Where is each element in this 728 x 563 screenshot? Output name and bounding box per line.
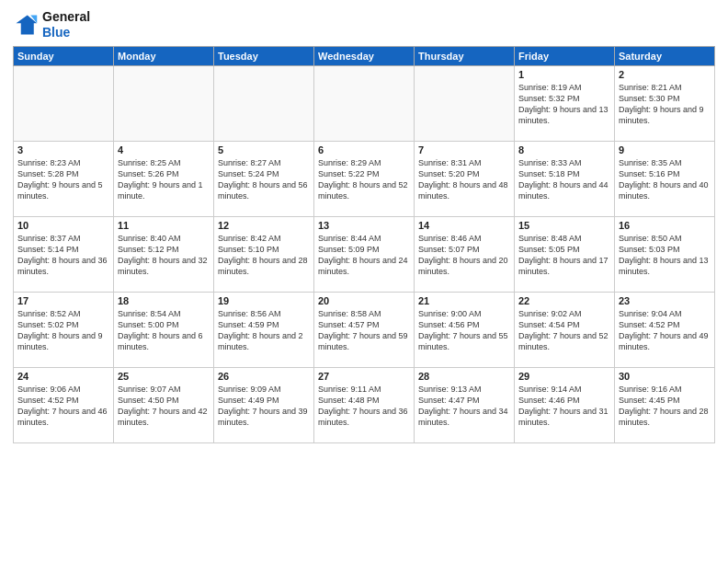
day-info: Sunrise: 8:40 AM Sunset: 5:12 PM Dayligh… <box>118 233 210 278</box>
day-number: 27 <box>318 371 410 382</box>
calendar-cell: 5Sunrise: 8:27 AM Sunset: 5:24 PM Daylig… <box>214 141 314 216</box>
day-number: 21 <box>418 295 510 306</box>
weekday-header-saturday: Saturday <box>615 46 715 65</box>
day-info: Sunrise: 8:27 AM Sunset: 5:24 PM Dayligh… <box>218 157 310 202</box>
week-row-0: 1Sunrise: 8:19 AM Sunset: 5:32 PM Daylig… <box>14 65 715 141</box>
day-number: 19 <box>218 295 310 306</box>
day-number: 28 <box>418 371 510 382</box>
calendar-cell: 11Sunrise: 8:40 AM Sunset: 5:12 PM Dayli… <box>114 216 214 292</box>
weekday-header-row: SundayMondayTuesdayWednesdayThursdayFrid… <box>14 46 715 65</box>
calendar-cell: 17Sunrise: 8:52 AM Sunset: 5:02 PM Dayli… <box>14 292 114 367</box>
day-number: 29 <box>518 371 610 382</box>
day-number: 4 <box>118 144 210 155</box>
calendar-cell: 25Sunrise: 9:07 AM Sunset: 4:50 PM Dayli… <box>114 367 214 442</box>
calendar-cell <box>314 65 415 141</box>
day-number: 16 <box>619 220 711 231</box>
page: General Blue SundayMondayTuesdayWednesda… <box>0 0 728 563</box>
day-number: 18 <box>118 295 210 306</box>
day-number: 17 <box>17 295 109 306</box>
calendar-cell: 16Sunrise: 8:50 AM Sunset: 5:03 PM Dayli… <box>615 216 715 292</box>
day-number: 23 <box>619 295 711 306</box>
day-number: 12 <box>218 220 310 231</box>
day-info: Sunrise: 8:44 AM Sunset: 5:09 PM Dayligh… <box>318 233 410 278</box>
day-number: 13 <box>318 220 410 231</box>
day-info: Sunrise: 8:50 AM Sunset: 5:03 PM Dayligh… <box>619 233 711 278</box>
day-number: 7 <box>418 144 510 155</box>
calendar-cell: 10Sunrise: 8:37 AM Sunset: 5:14 PM Dayli… <box>14 216 114 292</box>
day-number: 5 <box>218 144 310 155</box>
day-info: Sunrise: 9:16 AM Sunset: 4:45 PM Dayligh… <box>619 384 711 429</box>
day-info: Sunrise: 9:07 AM Sunset: 4:50 PM Dayligh… <box>118 384 210 429</box>
day-info: Sunrise: 8:46 AM Sunset: 5:07 PM Dayligh… <box>418 233 510 278</box>
day-number: 22 <box>518 295 610 306</box>
calendar-cell: 28Sunrise: 9:13 AM Sunset: 4:47 PM Dayli… <box>415 367 515 442</box>
day-number: 30 <box>619 371 711 382</box>
day-number: 9 <box>619 144 711 155</box>
calendar-cell: 12Sunrise: 8:42 AM Sunset: 5:10 PM Dayli… <box>214 216 314 292</box>
day-info: Sunrise: 9:09 AM Sunset: 4:49 PM Dayligh… <box>218 384 310 429</box>
day-info: Sunrise: 8:42 AM Sunset: 5:10 PM Dayligh… <box>218 233 310 278</box>
day-number: 14 <box>418 220 510 231</box>
calendar-cell <box>415 65 515 141</box>
weekday-header-wednesday: Wednesday <box>314 46 415 65</box>
calendar-cell: 27Sunrise: 9:11 AM Sunset: 4:48 PM Dayli… <box>314 367 415 442</box>
day-info: Sunrise: 9:02 AM Sunset: 4:54 PM Dayligh… <box>518 308 610 353</box>
day-number: 26 <box>218 371 310 382</box>
day-info: Sunrise: 8:56 AM Sunset: 4:59 PM Dayligh… <box>218 308 310 353</box>
day-number: 25 <box>118 371 210 382</box>
calendar-cell: 23Sunrise: 9:04 AM Sunset: 4:52 PM Dayli… <box>615 292 715 367</box>
day-number: 15 <box>518 220 610 231</box>
calendar-cell: 4Sunrise: 8:25 AM Sunset: 5:26 PM Daylig… <box>114 141 214 216</box>
calendar-table: SundayMondayTuesdayWednesdayThursdayFrid… <box>13 46 715 443</box>
calendar-cell: 15Sunrise: 8:48 AM Sunset: 5:05 PM Dayli… <box>515 216 615 292</box>
weekday-header-tuesday: Tuesday <box>214 46 314 65</box>
day-info: Sunrise: 9:13 AM Sunset: 4:47 PM Dayligh… <box>418 384 510 429</box>
calendar-cell: 26Sunrise: 9:09 AM Sunset: 4:49 PM Dayli… <box>214 367 314 442</box>
logo-text: General Blue <box>42 9 90 40</box>
day-info: Sunrise: 8:35 AM Sunset: 5:16 PM Dayligh… <box>619 157 711 202</box>
week-row-3: 17Sunrise: 8:52 AM Sunset: 5:02 PM Dayli… <box>14 292 715 367</box>
day-info: Sunrise: 8:37 AM Sunset: 5:14 PM Dayligh… <box>17 233 109 278</box>
day-number: 24 <box>17 371 109 382</box>
calendar-cell: 6Sunrise: 8:29 AM Sunset: 5:22 PM Daylig… <box>314 141 415 216</box>
calendar-cell <box>114 65 214 141</box>
day-info: Sunrise: 8:48 AM Sunset: 5:05 PM Dayligh… <box>518 233 610 278</box>
day-info: Sunrise: 9:00 AM Sunset: 4:56 PM Dayligh… <box>418 308 510 353</box>
calendar-cell: 7Sunrise: 8:31 AM Sunset: 5:20 PM Daylig… <box>415 141 515 216</box>
calendar-cell: 2Sunrise: 8:21 AM Sunset: 5:30 PM Daylig… <box>615 65 715 141</box>
day-info: Sunrise: 8:19 AM Sunset: 5:32 PM Dayligh… <box>518 82 610 127</box>
day-number: 8 <box>518 144 610 155</box>
weekday-header-friday: Friday <box>515 46 615 65</box>
day-number: 10 <box>17 220 109 231</box>
day-info: Sunrise: 8:58 AM Sunset: 4:57 PM Dayligh… <box>318 308 410 353</box>
day-info: Sunrise: 9:04 AM Sunset: 4:52 PM Dayligh… <box>619 308 711 353</box>
calendar-cell: 18Sunrise: 8:54 AM Sunset: 5:00 PM Dayli… <box>114 292 214 367</box>
calendar-cell: 8Sunrise: 8:33 AM Sunset: 5:18 PM Daylig… <box>515 141 615 216</box>
logo-icon <box>13 12 39 38</box>
logo: General Blue <box>13 9 90 40</box>
day-number: 1 <box>518 69 610 80</box>
day-number: 6 <box>318 144 410 155</box>
day-number: 11 <box>118 220 210 231</box>
weekday-header-thursday: Thursday <box>415 46 515 65</box>
day-info: Sunrise: 8:52 AM Sunset: 5:02 PM Dayligh… <box>17 308 109 353</box>
week-row-4: 24Sunrise: 9:06 AM Sunset: 4:52 PM Dayli… <box>14 367 715 442</box>
calendar-cell: 14Sunrise: 8:46 AM Sunset: 5:07 PM Dayli… <box>415 216 515 292</box>
day-number: 2 <box>619 69 711 80</box>
calendar-cell: 19Sunrise: 8:56 AM Sunset: 4:59 PM Dayli… <box>214 292 314 367</box>
day-info: Sunrise: 8:33 AM Sunset: 5:18 PM Dayligh… <box>518 157 610 202</box>
header: General Blue <box>13 9 715 40</box>
week-row-1: 3Sunrise: 8:23 AM Sunset: 5:28 PM Daylig… <box>14 141 715 216</box>
day-number: 20 <box>318 295 410 306</box>
weekday-header-sunday: Sunday <box>14 46 114 65</box>
calendar-cell: 3Sunrise: 8:23 AM Sunset: 5:28 PM Daylig… <box>14 141 114 216</box>
calendar-cell: 21Sunrise: 9:00 AM Sunset: 4:56 PM Dayli… <box>415 292 515 367</box>
day-number: 3 <box>17 144 109 155</box>
day-info: Sunrise: 8:23 AM Sunset: 5:28 PM Dayligh… <box>17 157 109 202</box>
day-info: Sunrise: 9:06 AM Sunset: 4:52 PM Dayligh… <box>17 384 109 429</box>
day-info: Sunrise: 9:11 AM Sunset: 4:48 PM Dayligh… <box>318 384 410 429</box>
day-info: Sunrise: 8:29 AM Sunset: 5:22 PM Dayligh… <box>318 157 410 202</box>
calendar-cell <box>14 65 114 141</box>
calendar-cell: 1Sunrise: 8:19 AM Sunset: 5:32 PM Daylig… <box>515 65 615 141</box>
weekday-header-monday: Monday <box>114 46 214 65</box>
